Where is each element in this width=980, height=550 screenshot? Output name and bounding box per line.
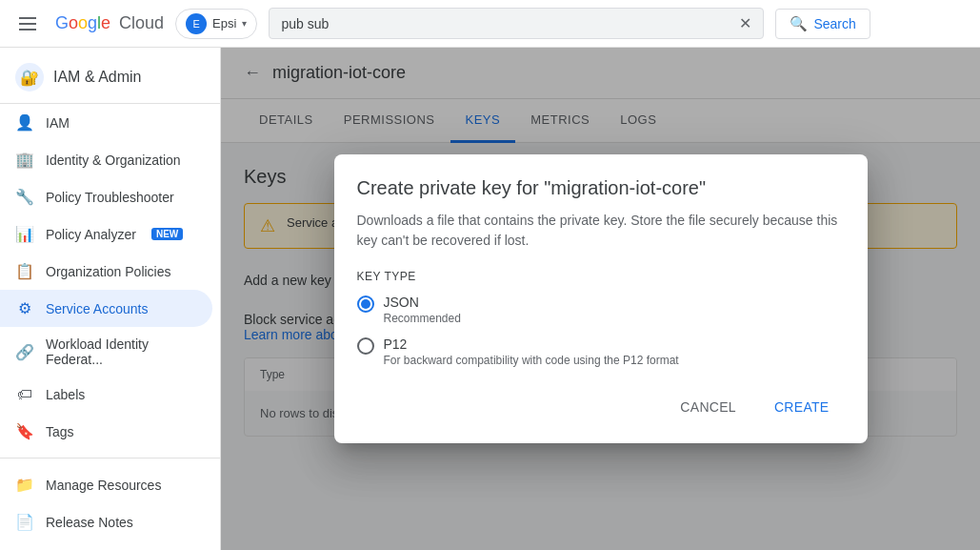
radio-json-content: JSON Recommended	[384, 295, 461, 325]
sidebar-item-label: Policy Troubleshooter	[46, 190, 174, 205]
layout: 🔐 IAM & Admin 👤 IAM 🏢 Identity & Organiz…	[0, 48, 980, 550]
sidebar-item-label: Identity & Organization	[46, 153, 181, 168]
create-private-key-modal: Create private key for "migration-iot-co…	[334, 154, 868, 443]
clear-search-icon[interactable]: ✕	[739, 14, 751, 32]
sidebar-item-workload-identity[interactable]: 🔗 Workload Identity Federat...	[0, 327, 212, 377]
sidebar-item-policy-analyzer[interactable]: 📊 Policy Analyzer NEW	[0, 215, 212, 253]
sidebar-item-tags[interactable]: 🔖 Tags	[0, 413, 212, 450]
service-accounts-icon: ⚙	[15, 299, 34, 317]
cancel-button[interactable]: CANCEL	[665, 390, 751, 424]
sidebar-item-label: Service Accounts	[46, 301, 148, 316]
radio-json-button[interactable]	[357, 295, 374, 313]
manage-resources-icon: 📁	[15, 476, 34, 494]
policy-troubleshooter-icon: 🔧	[15, 188, 34, 206]
iam-admin-icon: 🔐	[15, 63, 44, 92]
search-button[interactable]: 🔍 Search	[775, 9, 870, 39]
radio-option-json[interactable]: JSON Recommended	[357, 295, 845, 325]
search-bar: ✕	[269, 8, 764, 39]
labels-icon: 🏷	[15, 386, 34, 403]
sidebar-item-manage-resources[interactable]: 📁 Manage Resources	[0, 466, 212, 503]
google-cloud-logo: Google Cloud	[55, 13, 164, 33]
sidebar-item-label: Workload Identity Federat...	[46, 336, 197, 367]
key-type-label: Key type	[357, 270, 845, 283]
sidebar-item-service-accounts[interactable]: ⚙ Service Accounts	[0, 290, 212, 327]
sidebar-item-iam[interactable]: 👤 IAM	[0, 104, 212, 141]
radio-p12-button[interactable]	[357, 337, 374, 355]
main-content: ← migration-iot-core DETAILS PERMISSIONS…	[221, 48, 980, 550]
topbar: Google Cloud E Epsi ▾ ✕ 🔍 Search	[0, 0, 980, 48]
account-selector[interactable]: E Epsi ▾	[175, 9, 257, 39]
sidebar-item-label: Organization Policies	[46, 264, 171, 279]
sidebar-header: 🔐 IAM & Admin	[0, 48, 220, 104]
sidebar-item-labels[interactable]: 🏷 Labels	[0, 377, 212, 413]
sidebar-item-policy-troubleshooter[interactable]: 🔧 Policy Troubleshooter	[0, 178, 212, 215]
radio-p12-name: P12	[384, 336, 679, 352]
sidebar: 🔐 IAM & Admin 👤 IAM 🏢 Identity & Organiz…	[0, 48, 221, 550]
sidebar-item-label: Labels	[46, 387, 85, 402]
hamburger-menu[interactable]	[11, 10, 44, 38]
search-input[interactable]	[281, 16, 731, 31]
radio-json-sub: Recommended	[384, 312, 461, 325]
search-icon: 🔍	[790, 15, 808, 32]
chevron-down-icon: ▾	[242, 18, 247, 29]
sidebar-item-label: Release Notes	[46, 515, 133, 530]
sidebar-item-label: Tags	[46, 424, 74, 439]
sidebar-item-label: IAM	[46, 115, 70, 131]
workload-identity-icon: 🔗	[15, 343, 34, 361]
radio-json-name: JSON	[384, 295, 461, 310]
radio-option-p12[interactable]: P12 For backward compatibility with code…	[357, 336, 845, 367]
account-name: Epsi	[212, 16, 236, 31]
modal-overlay: Create private key for "migration-iot-co…	[221, 48, 980, 550]
identity-org-icon: 🏢	[15, 151, 34, 169]
sidebar-item-release-notes[interactable]: 📄 Release Notes	[0, 503, 212, 540]
new-badge: NEW	[151, 228, 183, 240]
modal-title: Create private key for "migration-iot-co…	[357, 177, 845, 199]
modal-actions: CANCEL CREATE	[357, 390, 845, 424]
sidebar-item-org-policies[interactable]: 📋 Organization Policies	[0, 253, 212, 290]
sidebar-item-label: Policy Analyzer	[46, 227, 136, 242]
sidebar-item-identity-org[interactable]: 🏢 Identity & Organization	[0, 141, 212, 178]
sidebar-divider	[0, 458, 220, 458]
sidebar-item-label: Manage Resources	[46, 478, 161, 493]
iam-icon: 👤	[15, 113, 34, 132]
create-button[interactable]: CREATE	[759, 390, 845, 424]
tags-icon: 🔖	[15, 422, 34, 440]
radio-p12-content: P12 For backward compatibility with code…	[384, 336, 679, 367]
org-policies-icon: 📋	[15, 262, 34, 280]
policy-analyzer-icon: 📊	[15, 225, 34, 243]
avatar: E	[186, 13, 207, 34]
radio-p12-sub: For backward compatibility with code usi…	[384, 354, 679, 367]
sidebar-title: IAM & Admin	[53, 69, 141, 86]
modal-description: Downloads a file that contains the priva…	[357, 211, 845, 251]
release-notes-icon: 📄	[15, 513, 34, 531]
